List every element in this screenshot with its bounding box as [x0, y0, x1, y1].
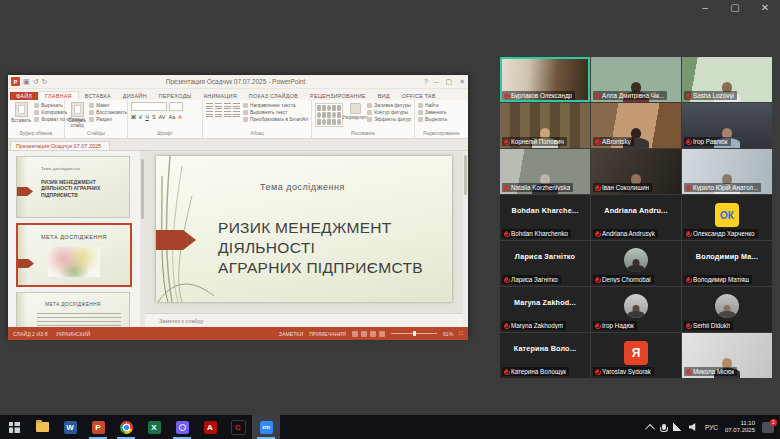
network-icon[interactable]	[673, 423, 682, 431]
slide-thumbnail-3[interactable]: МЕТА ДОСЛІДЖЕННЯ	[16, 292, 130, 327]
minimize-icon[interactable]: –	[698, 2, 712, 13]
paste-button[interactable]: Вставить	[11, 102, 31, 131]
acrobat-button[interactable]: A	[196, 415, 224, 439]
clock[interactable]: 11:10 07.07.2025	[725, 420, 755, 434]
align-center-icon[interactable]	[215, 111, 222, 117]
red-c-app-button[interactable]: C	[224, 415, 252, 439]
fit-slide-icon[interactable]: ⛶	[459, 330, 463, 337]
font-size-combobox[interactable]	[169, 102, 183, 111]
line-spacing-icon[interactable]	[233, 103, 240, 109]
notes-pane[interactable]: Заметки к слайду	[145, 313, 463, 327]
shape-outline-button[interactable]: Контур фигуры	[367, 110, 411, 115]
language-indicator[interactable]: РУС	[705, 424, 718, 431]
slide-thumbnail-2-selected[interactable]: МЕТА ДОСЛІДЖЕННЯ	[16, 223, 132, 287]
zoom-slider[interactable]	[391, 333, 437, 334]
participant-tile[interactable]: Корнелій Попович	[500, 103, 590, 148]
section-button[interactable]: Раздел	[89, 117, 127, 122]
tab-view[interactable]: ВИД	[372, 92, 396, 100]
select-button[interactable]: Выделить	[418, 117, 447, 122]
hidden-icons-chevron[interactable]	[645, 423, 655, 433]
notification-icon[interactable]: 1	[762, 422, 774, 433]
comments-toggle[interactable]: ПРИМЕЧАНИЯ	[309, 331, 346, 337]
tab-animations[interactable]: АНИМАЦИЯ	[197, 92, 242, 100]
participant-tile[interactable]: Катерина Воло... Катерина Волощук	[500, 333, 590, 378]
save-icon[interactable]: ▣	[23, 78, 30, 85]
current-slide[interactable]: Тема дослідження РИЗИК МЕНЕДЖМЕНТ ДІЯЛЬН…	[156, 156, 452, 302]
participant-tile[interactable]: Maryna Zakhod... Maryna Zakhodym	[500, 287, 590, 332]
slide-thumbnail-1[interactable]: Тема дослідження РИЗИК МЕНЕДЖМЕНТ ДІЯЛЬН…	[16, 156, 130, 218]
participant-tile[interactable]: Sasha Lozovyi	[682, 57, 772, 102]
tray-mic-icon[interactable]	[662, 424, 666, 430]
bold-button[interactable]: Ж	[131, 114, 136, 120]
participant-tile[interactable]: Курило Юрій Анатол...	[682, 149, 772, 194]
indent-icon[interactable]	[224, 103, 231, 109]
powerpoint-button[interactable]: P	[84, 415, 112, 439]
font-color-button[interactable]: А	[178, 114, 182, 120]
character-spacing-button[interactable]: AV	[159, 114, 166, 120]
shape-fill-button[interactable]: Заливка фигуры	[367, 103, 411, 108]
arrange-button[interactable]: Упорядочить	[346, 102, 364, 131]
participant-tile[interactable]: Denys Chornobai	[591, 241, 681, 286]
participant-tile[interactable]: Я Yaroslav Sydorak	[591, 333, 681, 378]
align-right-icon[interactable]	[224, 111, 231, 117]
viber-button[interactable]	[168, 415, 196, 439]
tab-design[interactable]: ДИЗАЙН	[117, 92, 153, 100]
justify-icon[interactable]	[233, 111, 240, 117]
notes-toggle[interactable]: ЗАМЕТКИ	[279, 331, 303, 337]
tab-slideshow[interactable]: ПОКАЗ СЛАЙДОВ	[243, 92, 304, 100]
excel-button[interactable]: X	[140, 415, 168, 439]
smartart-button[interactable]: Преобразовать в SmartArt	[243, 117, 308, 122]
normal-view-icon[interactable]	[352, 331, 358, 337]
bullets-icon[interactable]	[206, 103, 213, 109]
zoom-level[interactable]: 61%	[443, 331, 453, 337]
participant-tile[interactable]: Serhii Didukh	[682, 287, 772, 332]
align-text-button[interactable]: Выровнять текст	[243, 110, 308, 115]
participant-tile[interactable]: Andriana Andru... Andriana Andrusyk	[591, 195, 681, 240]
replace-button[interactable]: Заменить	[418, 110, 447, 115]
ppt-minimize-icon[interactable]: –	[435, 78, 439, 86]
participant-tile[interactable]: Лариса Загнітко Лариса Загнітко	[500, 241, 590, 286]
align-left-icon[interactable]	[206, 111, 213, 117]
participant-tile[interactable]: Ігор Равлюк	[682, 103, 772, 148]
participant-tile[interactable]: ABrontsky	[591, 103, 681, 148]
participant-tile[interactable]: Володимир Ма... Володимир Матіяш	[682, 241, 772, 286]
language-indicator[interactable]: УКРАИНСКИЙ	[56, 331, 91, 337]
help-icon[interactable]: ?	[424, 78, 428, 86]
find-button[interactable]: Найти	[418, 103, 447, 108]
participant-tile[interactable]: Алла Дмитрівна Чік...	[591, 57, 681, 102]
start-button[interactable]	[0, 415, 28, 439]
reading-view-icon[interactable]	[370, 331, 376, 337]
text-direction-button[interactable]: Направление текста	[243, 103, 308, 108]
slideshow-icon[interactable]	[379, 331, 385, 337]
tab-insert[interactable]: ВСТАВКА	[79, 92, 117, 100]
participant-tile[interactable]: Микола Місюк	[682, 333, 772, 378]
tab-review[interactable]: РЕЦЕНЗИРОВАНИЕ	[304, 92, 372, 100]
ppt-restore-icon[interactable]: ▢	[446, 78, 453, 86]
reset-button[interactable]: Восстановить	[89, 110, 127, 115]
tab-home[interactable]: ГЛАВНАЯ	[38, 91, 79, 100]
document-tab[interactable]: Презентация Осадчук 07.07.2025	[10, 141, 110, 150]
chrome-button[interactable]	[112, 415, 140, 439]
volume-icon[interactable]	[689, 423, 698, 431]
undo-icon[interactable]: ↺	[33, 78, 39, 85]
numbering-icon[interactable]	[215, 103, 222, 109]
shapes-gallery[interactable]	[315, 103, 343, 127]
participant-tile[interactable]: Natalia Korzhenivska	[500, 149, 590, 194]
new-slide-button[interactable]: Создать слайд	[68, 102, 86, 131]
participant-tile[interactable]: Bohdan Kharche... Bohdan Kharchenko	[500, 195, 590, 240]
tab-file[interactable]: ФАЙЛ	[10, 92, 38, 100]
shape-effects-button[interactable]: Эффекты фигур	[367, 117, 411, 122]
text-shadow-button[interactable]: S	[152, 114, 156, 120]
word-button[interactable]: W	[56, 415, 84, 439]
slide-sorter-icon[interactable]	[361, 331, 367, 337]
ppt-close-icon[interactable]: ✕	[459, 78, 465, 86]
participant-tile[interactable]: Ігор Надюк	[591, 287, 681, 332]
italic-button[interactable]: К	[139, 114, 142, 120]
tab-transitions[interactable]: ПЕРЕХОДЫ	[153, 92, 198, 100]
font-name-combobox[interactable]	[131, 102, 167, 111]
close-icon[interactable]: ✕	[758, 2, 772, 13]
zoom-button[interactable]: zm	[252, 415, 280, 439]
tab-office-tab[interactable]: OFFICE TAB	[396, 92, 442, 100]
underline-button[interactable]: Ч	[145, 114, 149, 120]
participant-tile[interactable]: Бурлаков Олександр	[500, 57, 590, 102]
